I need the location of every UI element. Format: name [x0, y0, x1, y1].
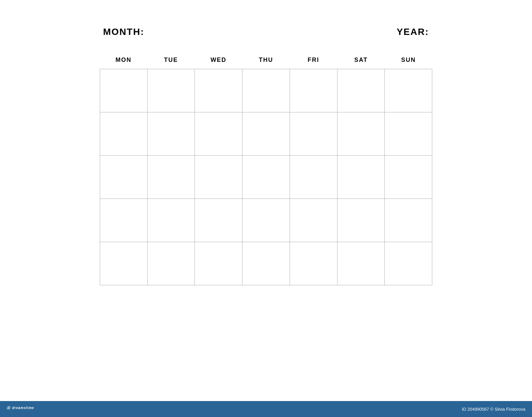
table-row [100, 69, 148, 112]
table-row [242, 156, 290, 199]
table-row [290, 199, 337, 242]
table-row [195, 242, 242, 285]
logo-text: dreamstime [12, 406, 34, 410]
table-row [148, 112, 195, 156]
day-headers: Mon Tue Wed Thu Fri Sat Sun [100, 54, 432, 66]
month-label: Month: [103, 27, 144, 37]
calendar-grid [100, 69, 432, 285]
table-row [195, 69, 242, 112]
table-row [385, 199, 432, 242]
day-header-mon: Mon [100, 54, 147, 66]
day-header-sat: Sat [337, 54, 385, 66]
table-row [100, 242, 148, 285]
table-row [290, 69, 337, 112]
table-row [100, 156, 148, 199]
table-row [148, 69, 195, 112]
table-row [385, 242, 432, 285]
main-content: Month: Year: Mon Tue Wed Thu Fri Sat Sun [100, 0, 432, 285]
calendar-container: Mon Tue Wed Thu Fri Sat Sun [100, 54, 432, 285]
table-row [242, 112, 290, 156]
table-row [290, 156, 337, 199]
day-header-wed: Wed [195, 54, 242, 66]
table-row [385, 112, 432, 156]
year-label: Year: [397, 27, 429, 37]
dreamstime-logo: Ⓐ dreamstime [7, 406, 34, 412]
table-row [195, 199, 242, 242]
table-row [337, 69, 385, 112]
table-row [195, 156, 242, 199]
table-row [337, 112, 385, 156]
day-header-tue: Tue [147, 54, 195, 66]
table-row [100, 112, 148, 156]
table-row [337, 156, 385, 199]
table-row [148, 242, 195, 285]
table-row [148, 199, 195, 242]
table-row [385, 69, 432, 112]
day-header-thu: Thu [242, 54, 290, 66]
table-row [242, 69, 290, 112]
day-header-sun: Sun [385, 54, 432, 66]
table-row [148, 156, 195, 199]
table-row [290, 112, 337, 156]
table-row [242, 199, 290, 242]
table-row [195, 112, 242, 156]
table-row [337, 242, 385, 285]
table-row [337, 199, 385, 242]
day-header-fri: Fri [290, 54, 337, 66]
footer-bar: Ⓐ dreamstime ID 204990567 © Silvia Fiodo… [0, 401, 532, 417]
header-row: Month: Year: [100, 27, 432, 37]
footer-id-text: ID 204990567 © Silvia Fiodorova [462, 407, 525, 412]
table-row [290, 242, 337, 285]
table-row [385, 156, 432, 199]
logo-circle-icon: Ⓐ [7, 406, 10, 410]
table-row [100, 199, 148, 242]
table-row [242, 242, 290, 285]
